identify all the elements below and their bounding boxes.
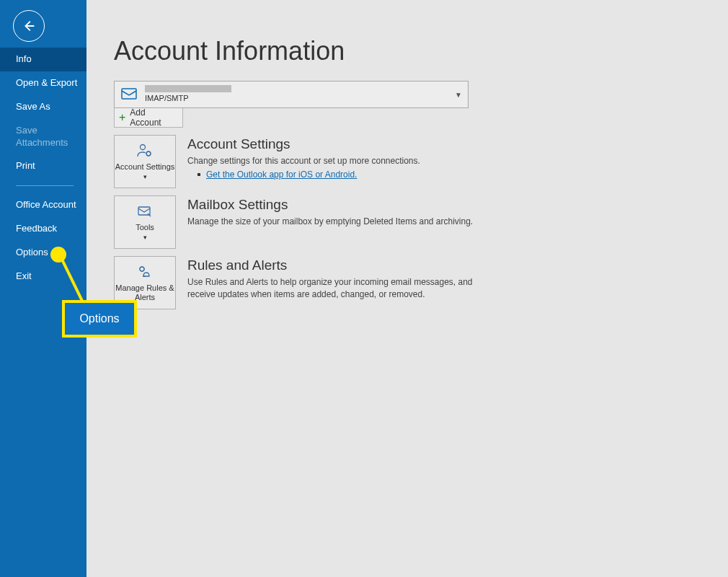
annotation-callout: Options: [65, 303, 134, 335]
sidebar-item-office-account[interactable]: Office Account: [0, 193, 86, 217]
tile-account-settings[interactable]: Account Settings ▾: [114, 135, 176, 188]
tile-label: Tools▾: [136, 223, 154, 242]
bullet-icon: [197, 173, 200, 176]
section-desc: Change settings for this account or set …: [187, 155, 420, 167]
section-account-settings: Account Settings ▾ Account Settings Chan…: [114, 135, 728, 188]
account-email-redacted: [145, 85, 231, 92]
section-title: Account Settings: [187, 136, 420, 152]
sidebar-item-open-export[interactable]: Open & Export: [0, 71, 86, 95]
sidebar-separator: [16, 185, 74, 186]
plus-icon: +: [119, 111, 125, 124]
add-account-button[interactable]: + Add Account: [114, 107, 183, 128]
tile-label: Manage Rules & Alerts: [115, 283, 175, 302]
section-desc: Manage the size of your mailbox by empty…: [187, 216, 473, 228]
sidebar-item-info[interactable]: Info: [0, 48, 86, 71]
main-panel: Account Information IMAP/SMTP ▼ + Add Ac…: [86, 0, 728, 577]
tile-manage-rules[interactable]: Manage Rules & Alerts: [114, 256, 176, 309]
add-account-label: Add Account: [130, 107, 178, 128]
sidebar-item-feedback[interactable]: Feedback: [0, 217, 86, 241]
section-title: Mailbox Settings: [187, 197, 473, 213]
section-mailbox-settings: Tools▾ Mailbox Settings Manage the size …: [114, 195, 728, 249]
mailbox-tools-icon: [135, 203, 155, 220]
annotation-dot: [50, 247, 66, 263]
page-title: Account Information: [114, 36, 728, 66]
svg-point-1: [141, 144, 146, 149]
sidebar-item-save-attachments: Save Attachments: [0, 119, 86, 155]
section-desc: Use Rules and Alerts to help organize yo…: [187, 276, 497, 301]
back-arrow-icon: [21, 18, 37, 34]
svg-rect-0: [122, 89, 136, 99]
chevron-down-icon: ▼: [455, 91, 462, 99]
user-gear-icon: [135, 142, 155, 159]
section-rules-alerts: Manage Rules & Alerts Rules and Alerts U…: [114, 256, 728, 309]
back-button[interactable]: [13, 10, 45, 42]
account-selector[interactable]: IMAP/SMTP ▼: [114, 81, 469, 108]
rules-alerts-icon: [135, 263, 155, 281]
section-title: Rules and Alerts: [187, 257, 497, 273]
outlook-app-link[interactable]: Get the Outlook app for iOS or Android.: [206, 169, 357, 180]
sidebar-item-save-as[interactable]: Save As: [0, 95, 86, 119]
tile-label: Account Settings ▾: [115, 162, 175, 181]
sidebar-item-print[interactable]: Print: [0, 154, 86, 178]
tile-tools[interactable]: Tools▾: [114, 195, 176, 249]
account-type: IMAP/SMTP: [145, 94, 231, 103]
account-icon: [120, 86, 138, 103]
sidebar-item-options[interactable]: Options: [0, 241, 86, 265]
backstage-sidebar: Info Open & Export Save As Save Attachme…: [0, 0, 86, 577]
